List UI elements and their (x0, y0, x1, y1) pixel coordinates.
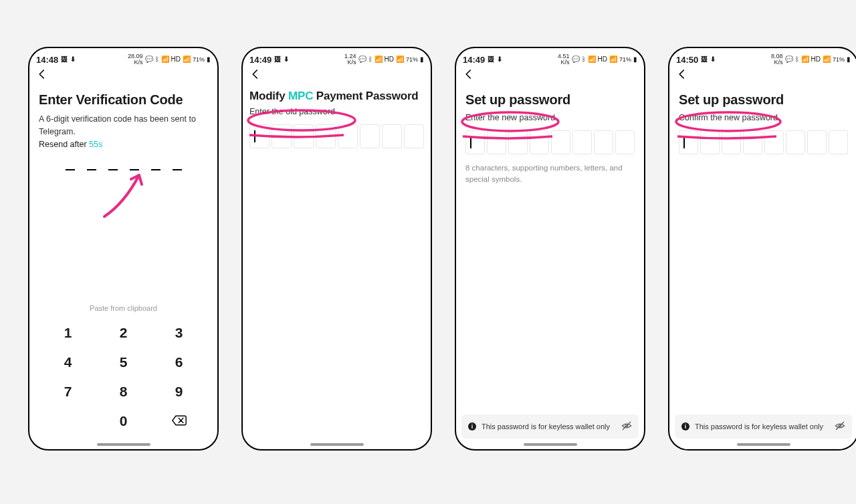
code-input[interactable] (39, 169, 208, 170)
status-bar: 14:49 🖼 ⬇ 4.51K/s 💬 ᛒ 📶 HD 📶 71% ▮ (456, 48, 644, 66)
footer-note: i This password is for keyless wallet on… (461, 414, 639, 438)
hd-icon: HD (385, 56, 394, 63)
chat-icon: 💬 (358, 56, 366, 63)
footer-note: i This password is for keyless wallet on… (675, 414, 852, 438)
back-button[interactable] (669, 66, 856, 83)
status-time: 14:48 (36, 55, 58, 65)
phone-screen-2: 14:49 🖼 ⬇ 1.24K/s 💬 ᛒ 📶 HD 📶 71% ▮ (241, 47, 432, 451)
battery-icon: ▮ (207, 56, 211, 63)
battery-text: 71% (193, 56, 205, 63)
resend-seconds: 55s (89, 140, 102, 149)
phone-screen-4: 14:50 🖼 ⬇ 8.08K/s 💬 ᛒ 📶 HD 📶 71% ▮ (668, 47, 856, 451)
image-icon: 🖼 (701, 56, 708, 63)
battery-text: 71% (619, 56, 631, 63)
password-input[interactable] (465, 130, 635, 154)
status-time: 14:49 (249, 55, 272, 65)
backspace-icon (172, 415, 187, 426)
wifi-icon: 📶 (801, 56, 809, 63)
status-time: 14:50 (676, 55, 698, 65)
signal-icon: 📶 (609, 56, 617, 63)
eye-off-icon[interactable] (835, 420, 845, 432)
wifi-icon: 📶 (588, 56, 596, 63)
download-icon: ⬇ (284, 56, 289, 63)
download-icon: ⬇ (70, 56, 76, 63)
numeric-keypad: 1 2 3 4 5 6 7 8 9 0 (29, 318, 217, 436)
hd-icon: HD (811, 56, 821, 63)
wifi-icon: 📶 (374, 56, 383, 63)
status-bar: 14:50 🖼 ⬇ 8.08K/s 💬 ᛒ 📶 HD 📶 71% ▮ (669, 48, 856, 66)
bluetooth-icon: ᛒ (155, 56, 159, 63)
battery-text: 71% (833, 56, 845, 63)
instruction: Enter the new password (465, 113, 635, 122)
chat-icon: 💬 (145, 56, 153, 63)
status-bar: 14:48 🖼 ⬇ 28.09K/s 💬 ᛒ 📶 HD 📶 71% ▮ (29, 48, 217, 66)
page-title: Enter Verification Code (39, 92, 208, 108)
key-8[interactable]: 8 (96, 377, 151, 406)
password-helper: 8 characters, supporting numbers, letter… (465, 162, 635, 186)
home-indicator (310, 443, 364, 446)
instruction: Enter the old password (249, 107, 424, 116)
image-icon: 🖼 (274, 56, 281, 63)
chevron-left-icon (463, 68, 475, 80)
back-button[interactable] (243, 66, 431, 83)
chevron-left-icon (249, 68, 261, 80)
chat-icon: 💬 (572, 56, 580, 63)
instruction: Confirm the new password (679, 113, 848, 122)
home-indicator (97, 443, 150, 446)
battery-icon: ▮ (633, 56, 637, 63)
home-indicator (524, 443, 577, 446)
key-3[interactable]: 3 (151, 318, 207, 348)
signal-icon: 📶 (183, 56, 191, 63)
key-6[interactable]: 6 (151, 348, 207, 377)
page-title: Modify MPC Payment Password (249, 90, 424, 103)
image-icon: 🖼 (61, 56, 68, 63)
subtitle: A 6-digit verification code has been sen… (39, 113, 208, 138)
key-0[interactable]: 0 (96, 406, 151, 436)
bluetooth-icon: ᛒ (368, 56, 372, 63)
eye-off-icon[interactable] (621, 420, 632, 432)
page-title: Set up password (679, 92, 848, 108)
bluetooth-icon: ᛒ (582, 56, 586, 63)
battery-icon: ▮ (420, 56, 424, 63)
chevron-left-icon (676, 68, 688, 80)
key-backspace[interactable] (151, 406, 207, 436)
image-icon: 🖼 (488, 56, 494, 63)
svg-line-2 (623, 422, 631, 430)
key-9[interactable]: 9 (151, 377, 207, 406)
password-input[interactable] (679, 130, 848, 154)
hd-icon: HD (598, 56, 607, 63)
key-7[interactable]: 7 (40, 377, 96, 406)
home-indicator (737, 443, 790, 446)
status-bar: 14:49 🖼 ⬇ 1.24K/s 💬 ᛒ 📶 HD 📶 71% ▮ (243, 48, 431, 66)
chevron-left-icon (36, 68, 48, 80)
battery-icon: ▮ (847, 56, 851, 63)
status-time: 14:49 (463, 55, 485, 65)
hd-icon: HD (171, 56, 181, 63)
info-icon: i (681, 422, 689, 430)
download-icon: ⬇ (710, 56, 716, 63)
password-input[interactable] (249, 124, 424, 148)
chat-icon: 💬 (785, 56, 793, 63)
wifi-icon: 📶 (161, 56, 169, 63)
signal-icon: 📶 (823, 56, 831, 63)
back-button[interactable] (456, 66, 644, 83)
key-5[interactable]: 5 (96, 348, 151, 377)
battery-text: 71% (406, 56, 418, 63)
page-title: Set up password (465, 92, 635, 108)
key-1[interactable]: 1 (40, 318, 96, 348)
download-icon: ⬇ (497, 56, 502, 63)
svg-line-5 (836, 422, 844, 430)
phone-screen-1: 14:48 🖼 ⬇ 28.09K/s 💬 ᛒ 📶 HD 📶 71% ▮ (28, 47, 219, 451)
back-button[interactable] (29, 66, 217, 83)
key-4[interactable]: 4 (40, 348, 96, 377)
paste-hint[interactable]: Paste from clipboard (39, 304, 208, 312)
phone-screen-3: 14:49 🖼 ⬇ 4.51K/s 💬 ᛒ 📶 HD 📶 71% ▮ (455, 47, 645, 451)
signal-icon: 📶 (396, 56, 404, 63)
key-2[interactable]: 2 (96, 318, 151, 348)
info-icon: i (468, 422, 476, 430)
resend-line: Resend after 55s (39, 140, 208, 149)
bluetooth-icon: ᛒ (795, 56, 799, 63)
